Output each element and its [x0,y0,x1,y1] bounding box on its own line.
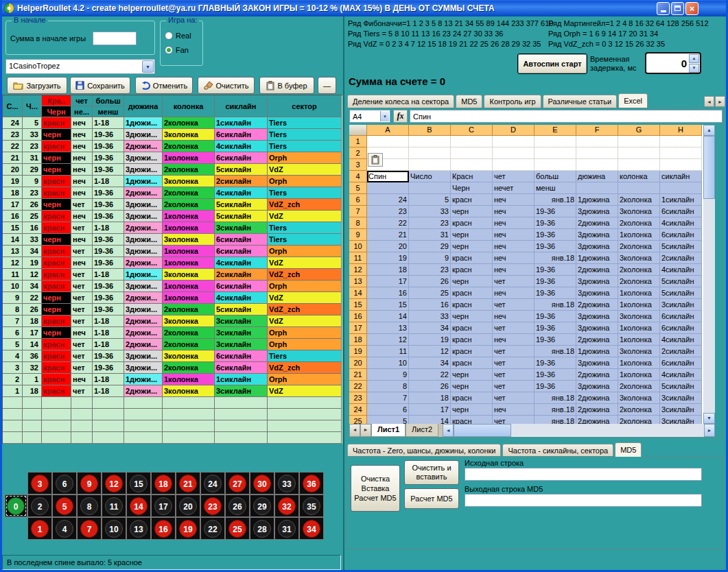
tab-контроль-игр[interactable]: Контроль игр [484,95,541,108]
excel-row-header-5[interactable]: 5 [349,182,367,194]
excel-cell-G12[interactable]: 2колонка [618,264,660,276]
excel-cell-H3[interactable] [660,159,702,171]
board-cell-1[interactable]: 1 [27,517,52,540]
excel-cell-D22[interactable]: чет [493,381,535,392]
excel-cell-B20[interactable]: 34 [409,357,451,369]
board-cell-15[interactable]: 15 [126,472,151,494]
excel-cell-F19[interactable]: 1дюжина [576,346,618,357]
excel-cell-B13[interactable]: 26 [409,276,451,287]
board-cell-6[interactable]: 6 [52,472,77,494]
excel-cell-D21[interactable]: чет [493,369,535,381]
excel-cell-G22[interactable]: 2колонка [618,381,660,392]
excel-cell-G3[interactable] [618,159,660,171]
board-cell-36[interactable]: 36 [299,472,324,494]
excel-cell-H2[interactable] [660,147,702,159]
excel-cell-G7[interactable]: 3колонка [618,206,660,217]
excel-cell-E22[interactable]: 19-36 [535,381,576,392]
board-cell-35[interactable]: 35 [299,494,324,517]
excel-cell-E7[interactable]: 19-36 [535,206,576,217]
excel-cell-G10[interactable]: 2колонка [618,241,660,252]
excel-row-header-4[interactable]: 4 [349,171,367,182]
excel-cell-D25[interactable]: чет [493,416,535,424]
excel-cell-F22[interactable]: 3дюжина [576,381,618,392]
excel-cell-A8[interactable]: 22 [367,217,409,229]
excel-cell-E11[interactable]: янв.18 [535,252,576,264]
excel-cell-G21[interactable]: 1колонка [618,369,660,381]
excel-cell-F18[interactable]: 2дюжина [576,334,618,346]
excel-cell-C20[interactable]: красн [451,357,493,369]
excel-row-header-10[interactable]: 10 [349,241,367,252]
excel-cell-A23[interactable]: 7 [367,392,409,404]
board-zero-cell[interactable]: 0 [5,494,27,517]
excel-cell-A20[interactable]: 10 [367,357,409,369]
excel-cell-C22[interactable]: черн [451,381,493,392]
excel-col-header-A[interactable]: A [367,125,409,136]
excel-cell-G1[interactable] [618,136,660,147]
excel-cell-E4[interactable]: больш [535,171,576,182]
board-cell-2[interactable]: 2 [27,494,52,517]
excel-cell-H7[interactable]: 6сиклайн [660,206,702,217]
excel-corner[interactable] [349,125,367,136]
excel-cell-H13[interactable]: 5сиклайн [660,276,702,287]
excel-cell-E1[interactable] [535,136,576,147]
excel-cell-A11[interactable]: 19 [367,252,409,264]
board-cell-22[interactable]: 22 [200,517,225,540]
excel-cell-G4[interactable]: колонка [618,171,660,182]
excel-col-header-D[interactable]: D [493,125,535,136]
md5-clear-paste-calc-button[interactable]: Очистка Вставка Расчет MD5 [351,465,400,512]
excel-cell-A16[interactable]: 14 [367,311,409,322]
to-clipboard-button[interactable]: В буфер [259,77,314,94]
excel-cell-C24[interactable]: черн [451,404,493,416]
excel-row-header-15[interactable]: 15 [349,299,367,311]
excel-cell-E8[interactable]: 19-36 [535,217,576,229]
excel-cell-C13[interactable]: черн [451,276,493,287]
excel-cell-B14[interactable]: 25 [409,287,451,299]
board-cell-14[interactable]: 14 [126,494,151,517]
bottom-tab-частота-сиклайны-сектора[interactable]: Частота - сиклайны, сектора [502,444,613,457]
excel-row-header-12[interactable]: 12 [349,264,367,276]
excel-cell-C11[interactable]: красн [451,252,493,264]
excel-cell-G8[interactable]: 2колонка [618,217,660,229]
excel-cell-E20[interactable]: 19-36 [535,357,576,369]
board-cell-26[interactable]: 26 [225,494,250,517]
excel-cell-C6[interactable]: красн [451,194,493,206]
sheet-tab-лист1[interactable]: Лист1 [371,424,406,437]
excel-cell-F20[interactable]: 3дюжина [576,357,618,369]
excel-cell-B1[interactable] [409,136,451,147]
excel-cell-F21[interactable]: 2дюжина [576,369,618,381]
excel-cell-E3[interactable] [535,159,576,171]
md5-source-input[interactable] [465,468,702,481]
excel-cell-D12[interactable]: неч [493,264,535,276]
excel-cell-H24[interactable]: 3сиклайн [660,404,702,416]
sheet-nav-left-button[interactable]: ◄ [349,424,360,437]
excel-row-header-6[interactable]: 6 [349,194,367,206]
excel-cell-F24[interactable]: 2дюжина [576,404,618,416]
excel-cell-E6[interactable]: янв.18 [535,194,576,206]
excel-cell-H12[interactable]: 4сиклайн [660,264,702,276]
excel-cell-C25[interactable]: красн [451,416,493,424]
save-button[interactable]: Сохранить [70,77,130,94]
excel-row-header-16[interactable]: 16 [349,311,367,322]
excel-cell-B6[interactable]: 5 [409,194,451,206]
excel-cell-H4[interactable]: сиклайн [660,171,702,182]
excel-col-header-F[interactable]: F [576,125,618,136]
excel-cell-A10[interactable]: 20 [367,241,409,252]
hscroll-right-icon[interactable]: ► [704,424,715,437]
excel-cell-G16[interactable]: 3колонка [618,311,660,322]
excel-hscrollbar[interactable]: ◄► [443,424,715,437]
excel-cell-A17[interactable]: 13 [367,322,409,334]
excel-cell-C15[interactable]: красн [451,299,493,311]
excel-cell-B10[interactable]: 29 [409,241,451,252]
excel-row-header-19[interactable]: 19 [349,346,367,357]
excel-row-header-1[interactable]: 1 [349,136,367,147]
excel-col-header-B[interactable]: B [409,125,451,136]
excel-row-header-14[interactable]: 14 [349,287,367,299]
excel-cell-A13[interactable]: 17 [367,276,409,287]
dash-button[interactable]: — [318,77,336,94]
excel-cell-F6[interactable]: 1дюжина [576,194,618,206]
board-cell-32[interactable]: 32 [274,494,299,517]
excel-cell-C7[interactable]: черн [451,206,493,217]
excel-cell-A19[interactable]: 11 [367,346,409,357]
excel-cell-H8[interactable]: 4сиклайн [660,217,702,229]
excel-cell-D23[interactable]: чет [493,392,535,404]
